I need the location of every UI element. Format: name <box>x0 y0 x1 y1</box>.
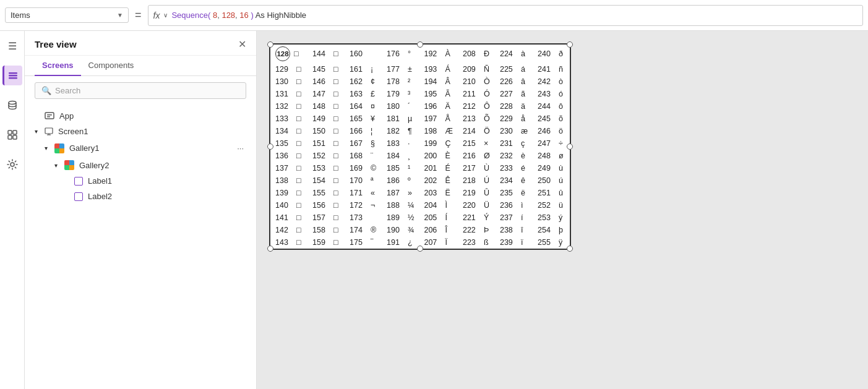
table-row: 216 Ø <box>458 150 495 162</box>
label2-icon <box>74 192 83 201</box>
hamburger-button[interactable]: ☰ <box>2 36 22 56</box>
table-row: 162 ¢ <box>345 75 382 88</box>
top-bar: Items ▼ = fx ∨ Sequence( 8, 128, 16 ) As… <box>0 0 868 31</box>
screen1-label: Screen1 <box>58 127 246 136</box>
tree-item-app[interactable]: App <box>25 108 256 124</box>
table-row: 163 £ <box>345 88 382 100</box>
table-row: 168 ¨ <box>345 150 382 162</box>
table-row: 231 ç <box>495 137 533 150</box>
table-row: 205 Í <box>419 212 458 224</box>
resize-handle-ml[interactable] <box>267 143 273 150</box>
layers-button[interactable] <box>2 66 22 85</box>
svg-rect-18 <box>59 148 64 153</box>
table-row: 208 Ð <box>458 45 495 63</box>
table-row: 141 □ <box>270 212 307 224</box>
table-row: 209 Ñ <box>458 63 495 75</box>
svg-rect-11 <box>47 116 50 118</box>
table-row: 214 Ö <box>458 125 495 137</box>
fx-icon: fx <box>153 11 160 20</box>
table-row: 167 § <box>345 137 382 150</box>
svg-rect-22 <box>69 165 74 170</box>
tree-item-gallery2[interactable]: ▾ Gallery2 <box>25 157 256 173</box>
table-row: 200 È <box>419 150 458 162</box>
close-button[interactable]: ✕ <box>238 38 246 50</box>
table-row: 160 <box>345 45 382 63</box>
table-row: 195 Ã <box>419 88 458 100</box>
formula-bar[interactable]: fx ∨ Sequence( 8, 128, 16 ) As HighNibbl… <box>148 5 863 26</box>
search-box[interactable]: 🔍 <box>35 82 246 99</box>
resize-handle-mr[interactable] <box>567 143 573 150</box>
table-row: 191 ¿ <box>382 236 419 249</box>
table-row: 166 ¦ <box>345 125 382 137</box>
components-button[interactable] <box>2 125 22 145</box>
svg-rect-4 <box>8 130 12 134</box>
table-row: 234 ê <box>495 174 533 187</box>
table-row: 156 □ <box>307 199 345 212</box>
equals-sign: = <box>132 9 144 22</box>
table-row: 228 ä <box>495 100 533 113</box>
svg-rect-5 <box>13 130 17 134</box>
table-row: 248 ø <box>533 150 570 162</box>
data-button[interactable] <box>2 95 22 115</box>
table-row: 149 □ <box>307 113 345 125</box>
data-grid-inner: 128 □144 □160 176 °192 À208 Ð224 à240 ð1… <box>270 45 570 249</box>
table-row: 210 Ò <box>458 75 495 88</box>
table-row: 128 □ <box>270 45 307 63</box>
table-row: 253 ý <box>533 212 570 224</box>
svg-rect-0 <box>9 72 17 74</box>
resize-handle-bl[interactable] <box>267 246 273 252</box>
resize-handle-tl[interactable] <box>267 41 273 48</box>
table-row: 132 □ <box>270 100 307 113</box>
table-row: 151 □ <box>307 137 345 150</box>
tree-item-label2[interactable]: Label2 <box>25 189 256 204</box>
table-row: 247 ÷ <box>533 137 570 150</box>
svg-rect-17 <box>54 148 59 153</box>
table-row: 220 Ü <box>458 199 495 212</box>
table-row: 170 ª <box>345 174 382 187</box>
table-row: 201 É <box>419 162 458 174</box>
table-row: 192 À <box>419 45 458 63</box>
table-row: 129 □ <box>270 63 307 75</box>
settings-button[interactable] <box>2 155 22 174</box>
gallery2-label: Gallery2 <box>79 161 246 170</box>
search-input[interactable] <box>55 86 239 95</box>
table-row: 202 Ê <box>419 174 458 187</box>
svg-rect-2 <box>9 77 17 79</box>
table-row: 133 □ <box>270 113 307 125</box>
table-row: 159 □ <box>307 236 345 249</box>
tree-item-screen1[interactable]: ▾ Screen1 <box>25 124 256 139</box>
data-grid[interactable]: 128 □144 □160 176 °192 À208 Ð224 à240 ð1… <box>269 43 571 250</box>
table-row: 171 « <box>345 187 382 199</box>
gallery1-more-button[interactable]: ··· <box>234 142 246 154</box>
resize-handle-tr[interactable] <box>567 41 573 48</box>
label1-icon <box>74 177 83 186</box>
table-row: 212 Ô <box>458 100 495 113</box>
table-row: 175 ‾ <box>345 236 382 249</box>
table-row: 196 Ä <box>419 100 458 113</box>
table-row: 148 □ <box>307 100 345 113</box>
items-dropdown[interactable]: Items ▼ <box>5 7 129 23</box>
table-row: 146 □ <box>307 75 345 88</box>
resize-handle-bc[interactable] <box>417 246 423 252</box>
table-row: 215 × <box>458 137 495 150</box>
table-row: 229 å <box>495 113 533 125</box>
table-row: 223 ß <box>458 236 495 249</box>
table-row: 224 à <box>495 45 533 63</box>
canvas-area[interactable]: 128 □144 □160 176 °192 À208 Ð224 à240 ð1… <box>257 31 868 389</box>
table-row: 199 Ç <box>419 137 458 150</box>
table-row: 161 ¡ <box>345 63 382 75</box>
tree-item-label1[interactable]: Label1 <box>25 173 256 189</box>
formula-chevron-icon: ∨ <box>163 12 168 19</box>
tree-panel: Tree view ✕ Screens Components 🔍 App <box>25 31 257 389</box>
tab-screens[interactable]: Screens <box>35 56 81 76</box>
resize-handle-br[interactable] <box>567 246 573 252</box>
svg-rect-21 <box>64 165 69 170</box>
tab-components[interactable]: Components <box>81 56 142 76</box>
table-row: 150 □ <box>307 125 345 137</box>
tree-item-gallery1[interactable]: ▾ Gallery1 ··· <box>25 139 256 157</box>
svg-rect-12 <box>45 128 53 134</box>
table-row: 182 ¶ <box>382 125 419 137</box>
table-row: 131 □ <box>270 88 307 100</box>
table-row: 255 ÿ <box>533 236 570 249</box>
resize-handle-tc[interactable] <box>417 41 423 48</box>
